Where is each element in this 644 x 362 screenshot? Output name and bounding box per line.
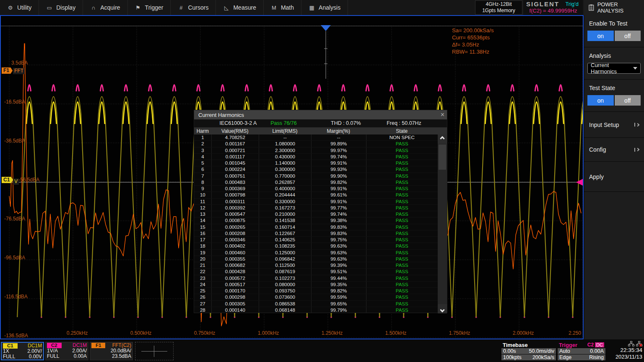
y-axis-label: -36.5dBA bbox=[4, 138, 25, 144]
table-row: 60.0002240.30000099.93%PASS bbox=[194, 166, 447, 173]
brand-logo: SIGLENT bbox=[526, 0, 559, 8]
fft-info-line: Sa= 200.00kSa/s bbox=[452, 27, 493, 34]
apply-button[interactable]: Apply bbox=[584, 162, 644, 192]
date-display: 2023/11/13 bbox=[615, 354, 642, 360]
scroll-down-button[interactable] bbox=[438, 304, 447, 313]
f1-fft-label: FFT bbox=[13, 68, 25, 74]
menu-item-utility[interactable]: ⚙Utility bbox=[0, 0, 39, 15]
fft-info-line: Curr= 65536pts bbox=[452, 34, 493, 41]
clipboard-icon bbox=[589, 4, 594, 11]
column-header-limitrms: Limit(RMS) bbox=[259, 127, 311, 134]
c1-coupling: DC1M bbox=[28, 343, 42, 349]
channel-c1-box[interactable]: C1DC1M 1X2.00V/ FULL0.00V bbox=[1, 342, 44, 360]
x-axis-label: 2.000kHz bbox=[513, 330, 534, 336]
table-row: 280.0001400.06814899.79%PASS bbox=[194, 307, 447, 313]
add-channel-slot[interactable] bbox=[135, 342, 174, 360]
menu-item-display[interactable]: ▭Display bbox=[39, 0, 83, 15]
math-icon: M bbox=[271, 5, 277, 11]
analysis-label: Analysis bbox=[587, 47, 641, 63]
table-row: 250.0001700.09375099.82%PASS bbox=[194, 288, 447, 294]
enable-off-button[interactable]: off bbox=[615, 31, 641, 41]
input-setup-label: Input Setup bbox=[589, 122, 619, 128]
standard-label: IEC61000-3-2 A bbox=[219, 120, 257, 126]
fft-info-block: Sa= 200.00kSa/sCurr= 65536ptsΔf= 3.05HzR… bbox=[452, 27, 493, 55]
close-icon[interactable]: × bbox=[441, 111, 444, 119]
cursors-icon: # bbox=[178, 5, 184, 11]
apply-label: Apply bbox=[589, 173, 604, 180]
table-row: 200.0003550.09684299.63%PASS bbox=[194, 256, 447, 262]
config-button[interactable]: Config bbox=[584, 138, 644, 162]
test-state-toggle: on off bbox=[587, 95, 641, 106]
menu-item-label: Trigger bbox=[145, 4, 164, 11]
c1-attenuation: 1X bbox=[3, 349, 9, 354]
menu-item-acquire[interactable]: ∩Acquire bbox=[83, 0, 127, 15]
table-row: 110.0003110.33000099.91%PASS bbox=[194, 199, 447, 205]
trigger-type: Edge bbox=[559, 354, 571, 360]
freq-value: Freq : 50.07Hz bbox=[387, 120, 421, 126]
x-axis-label: 0.500kHz bbox=[130, 330, 152, 336]
harmonics-scrollbar[interactable] bbox=[438, 134, 447, 313]
x-axis-label: 1.000kHz bbox=[258, 330, 279, 336]
input-setup-button[interactable]: Input Setup bbox=[584, 112, 644, 138]
table-row: 260.0002980.07360099.59%PASS bbox=[194, 294, 447, 300]
analysis-dropdown[interactable]: Current Harmonics bbox=[587, 63, 641, 74]
c2-level-marker[interactable] bbox=[576, 179, 583, 186]
menu-item-trigger[interactable]: ⚑Trigger bbox=[128, 0, 171, 15]
table-row: 180.0004020.10823599.63%PASS bbox=[194, 243, 447, 249]
table-row: 120.0003920.16727399.77%PASS bbox=[194, 205, 447, 211]
menu-item-label: Measure bbox=[233, 4, 256, 11]
clock-box: 22:35:34 2023/11/13 bbox=[607, 341, 643, 361]
menu-item-analysis[interactable]: ▦Analysis bbox=[301, 0, 348, 15]
c2-coupling: DC1M bbox=[73, 343, 87, 348]
scroll-up-button[interactable] bbox=[438, 134, 447, 144]
trigger-box[interactable]: Trigger C2 DC Auto0.00A EdgeRising bbox=[558, 342, 605, 360]
y-axis-label: -56.5dBA bbox=[18, 177, 39, 183]
channel-c2-box[interactable]: C2DC1M 1V/A2.00A/ FULL0.00A bbox=[45, 342, 88, 360]
scrollbar-thumb[interactable] bbox=[439, 145, 446, 170]
menu-item-cursors[interactable]: #Cursors bbox=[171, 0, 216, 15]
timebase-title: Timebase bbox=[503, 342, 528, 348]
enable-on-button[interactable]: on bbox=[587, 31, 614, 41]
f1-channel-badge[interactable]: F1 bbox=[2, 67, 13, 74]
c1-offset: 0.00V bbox=[29, 354, 42, 359]
column-header-valuerms: Value(RMS) bbox=[211, 127, 259, 134]
c1-bandwidth: FULL bbox=[3, 354, 15, 359]
timebase-points: 100kpts bbox=[503, 354, 522, 360]
gear-icon: ⚙ bbox=[7, 5, 13, 11]
trigger-level: 0.00A bbox=[590, 348, 604, 354]
table-row: 160.0002080.12266799.83%PASS bbox=[194, 230, 447, 237]
acq-memory: 1Gpts Memory bbox=[475, 8, 522, 14]
table-row: 50.0010451.14000099.91%PASS bbox=[194, 160, 447, 166]
trigger-position-marker[interactable] bbox=[321, 25, 331, 79]
y-axis-label: -136.5dBA bbox=[4, 333, 28, 339]
harmonics-window-titlebar[interactable]: Current Harmonics × bbox=[194, 110, 447, 119]
power-analysis-panel: Enable To Test on off Analysis Current H… bbox=[584, 15, 644, 339]
acquire-icon: ∩ bbox=[90, 5, 96, 11]
menu-item-label: Math bbox=[281, 4, 294, 11]
table-row: 220.0004280.08761999.51%PASS bbox=[194, 269, 447, 275]
harmonics-window-title: Current Harmonics bbox=[198, 112, 244, 118]
f1-badge: F1 bbox=[91, 343, 105, 348]
waveform-display: Sa= 200.00kSa/sCurr= 65536ptsΔf= 3.05HzR… bbox=[0, 15, 584, 339]
fft-info-line: Δf= 3.05Hz bbox=[452, 41, 493, 48]
table-row: 40.0011170.43000099.74%PASS bbox=[194, 154, 447, 160]
menu-item-math[interactable]: MMath bbox=[264, 0, 301, 15]
column-header-harm: Harm bbox=[194, 127, 211, 134]
submenu-arrow-icon bbox=[634, 148, 639, 152]
menu-item-label: Display bbox=[56, 4, 75, 11]
menu-item-label: Acquire bbox=[100, 4, 120, 11]
table-row: 230.0005720.10227399.44%PASS bbox=[194, 275, 447, 282]
harmonics-table-body: 14.708252----NON SPEC20.0011671.08000099… bbox=[194, 134, 447, 313]
c1-channel-badge[interactable]: C1 bbox=[2, 177, 13, 183]
top-menu-bar: ⚙Utility▭Display∩Acquire⚑Trigger#Cursors… bbox=[0, 0, 644, 15]
thd-value: THD : 0.07% bbox=[331, 120, 361, 126]
menu-item-measure[interactable]: ◺Measure bbox=[216, 0, 263, 15]
test-state-off-button[interactable]: off bbox=[615, 95, 641, 106]
power-analysis-title: POWER ANALYSIS bbox=[597, 1, 644, 14]
test-state-on-button[interactable]: on bbox=[587, 95, 614, 106]
trigger-flag-icon: ⚑ bbox=[135, 5, 141, 11]
table-row: 70.0007510.77000099.90%PASS bbox=[194, 173, 447, 179]
timebase-box[interactable]: Timebase 0.00s50.0ms/div 100kpts200kSa/s bbox=[501, 342, 556, 360]
channel-f1-box[interactable]: F1FFT(C2) 20.0dBA/ 23.5dBA bbox=[90, 342, 133, 360]
lan-disconnected-icon bbox=[636, 341, 642, 346]
